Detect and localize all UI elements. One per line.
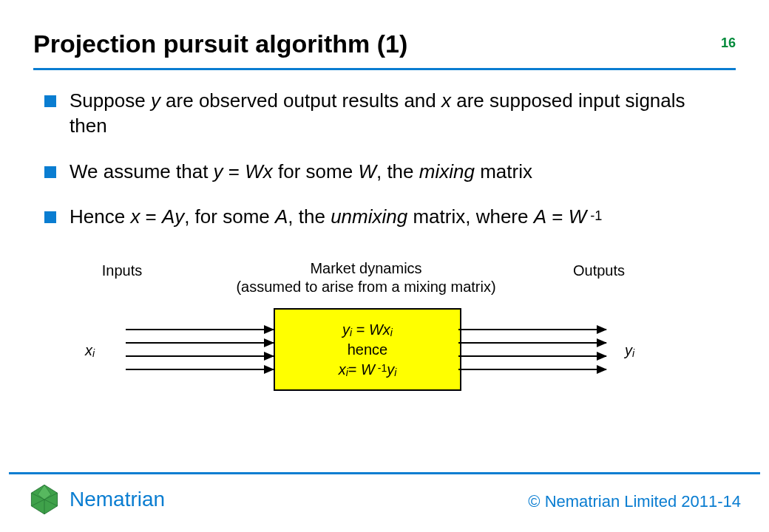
text: matrix bbox=[475, 160, 532, 183]
input-arrows bbox=[126, 321, 274, 381]
title-divider bbox=[33, 68, 736, 70]
page-number: 16 bbox=[721, 35, 736, 51]
slide: Projection pursuit algorithm (1) 16 Supp… bbox=[0, 0, 769, 532]
var: x bbox=[130, 205, 140, 228]
text: = bbox=[348, 361, 361, 378]
var: Ay bbox=[162, 205, 184, 228]
text: matrix, where bbox=[407, 205, 534, 228]
text: We assume that bbox=[70, 160, 214, 183]
center-label-line2: (assumed to arise from a mixing matrix) bbox=[236, 279, 495, 295]
copyright-text: © Nematrian Limited 2011-14 bbox=[528, 492, 741, 511]
box-line-3: xi= W -1yi bbox=[339, 360, 397, 380]
var: x bbox=[85, 342, 92, 358]
arrow-icon bbox=[126, 369, 274, 370]
bullet-3: Hence x = Ay, for some A, the unmixing m… bbox=[44, 205, 725, 230]
var-x: x bbox=[441, 89, 451, 112]
bullet-1-text: Suppose y are observed output results an… bbox=[70, 89, 725, 139]
arrow-icon bbox=[458, 369, 606, 370]
var: W bbox=[358, 160, 376, 183]
var: W bbox=[569, 205, 587, 228]
content-area: Suppose y are observed output results an… bbox=[44, 89, 725, 250]
exp: -1 bbox=[586, 208, 602, 223]
footer-brand: Nematrian bbox=[28, 483, 165, 516]
var: y bbox=[214, 160, 223, 183]
slide-title: Projection pursuit algorithm (1) bbox=[33, 30, 407, 58]
input-variable-label: xi bbox=[85, 342, 95, 359]
arrow-icon bbox=[458, 342, 606, 344]
text: Hence bbox=[70, 205, 130, 228]
text: Suppose bbox=[70, 89, 151, 112]
text: are observed output results and bbox=[160, 89, 441, 112]
var: y bbox=[625, 342, 632, 358]
footer: Nematrian © Nematrian Limited 2011-14 bbox=[0, 480, 769, 516]
text: , the bbox=[288, 205, 331, 228]
var: Wx bbox=[245, 160, 273, 183]
bullet-marker-icon bbox=[44, 211, 56, 223]
var: x bbox=[339, 361, 346, 378]
box-line-1: yi = Wxi bbox=[342, 320, 393, 340]
text: , the bbox=[376, 160, 419, 183]
exp: -1 bbox=[375, 362, 387, 374]
var: A bbox=[275, 205, 288, 228]
text: for some bbox=[273, 160, 359, 183]
text: = bbox=[352, 321, 369, 338]
center-label: Market dynamics (assumed to arise from a… bbox=[211, 259, 521, 296]
em-mixing: mixing bbox=[419, 160, 475, 183]
var: y bbox=[342, 321, 350, 338]
var: A bbox=[534, 205, 546, 228]
mixing-box: yi = Wxi hence xi= W -1yi bbox=[274, 308, 461, 391]
arrow-icon bbox=[126, 355, 274, 357]
text: = bbox=[140, 205, 162, 228]
mixing-diagram: Inputs Market dynamics (assumed to arise… bbox=[67, 262, 673, 432]
box-line-2: hence bbox=[348, 340, 388, 360]
sub: i bbox=[92, 347, 95, 359]
sub: i bbox=[394, 366, 396, 378]
arrow-icon bbox=[126, 342, 274, 344]
bullet-marker-icon bbox=[44, 166, 56, 178]
output-variable-label: yi bbox=[625, 342, 634, 359]
arrow-icon bbox=[126, 329, 274, 330]
var: W bbox=[361, 361, 375, 378]
title-row: Projection pursuit algorithm (1) bbox=[33, 30, 736, 58]
bullet-3-text: Hence x = Ay, for some A, the unmixing m… bbox=[70, 205, 725, 230]
var-y: y bbox=[151, 89, 160, 112]
bullet-2-text: We assume that y = Wx for some W, the mi… bbox=[70, 160, 725, 185]
text: = bbox=[546, 205, 569, 228]
em-unmixing: unmixing bbox=[331, 205, 407, 228]
bullet-1: Suppose y are observed output results an… bbox=[44, 89, 725, 139]
arrow-icon bbox=[458, 355, 606, 357]
var: y bbox=[387, 361, 394, 378]
inputs-label: Inputs bbox=[78, 262, 166, 279]
arrow-icon bbox=[458, 329, 606, 330]
center-label-line1: Market dynamics bbox=[310, 260, 421, 276]
text: , for some bbox=[184, 205, 275, 228]
outputs-label: Outputs bbox=[555, 262, 643, 279]
sub: i bbox=[632, 347, 634, 359]
logo-icon bbox=[28, 483, 61, 516]
sub: i bbox=[390, 327, 393, 338]
var: Wx bbox=[369, 321, 390, 338]
bullet-2: We assume that y = Wx for some W, the mi… bbox=[44, 160, 725, 185]
text: = bbox=[223, 160, 245, 183]
bullet-marker-icon bbox=[44, 95, 56, 107]
output-arrows bbox=[458, 321, 606, 381]
footer-divider bbox=[9, 472, 760, 474]
brand-name: Nematrian bbox=[70, 488, 165, 511]
